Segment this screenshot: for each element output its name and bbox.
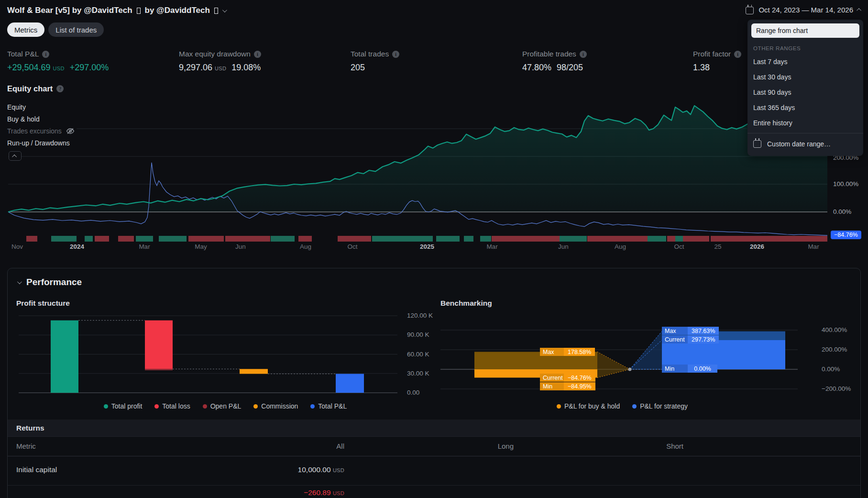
menu-item-range-from-chart[interactable]: Range from chart	[751, 23, 859, 38]
menu-item-last-365-days[interactable]: Last 365 days	[747, 100, 863, 115]
x-tick-label: 2026	[740, 243, 774, 250]
trade-strip-segment	[271, 236, 295, 242]
collapse-chart-button[interactable]	[9, 151, 22, 161]
legend-item[interactable]: Total profit	[104, 402, 143, 410]
performance-section-header[interactable]: Performance	[17, 277, 82, 288]
menu-item-custom-date-range[interactable]: Custom date range…	[747, 136, 863, 152]
metric-extra: 19.08%	[231, 63, 261, 73]
strategy-title[interactable]: Wolf & Bear [v5] by @DavidTech by @David…	[7, 6, 226, 15]
col-metric: Metric	[16, 442, 36, 450]
legend-equity[interactable]: Equity	[7, 103, 28, 111]
buy-hold-funnel	[597, 352, 630, 377]
date-range-button[interactable]: Oct 24, 2023 — Mar 14, 2026	[746, 5, 861, 14]
returns-section-header[interactable]: Returns	[8, 420, 860, 437]
trade-strip-segment	[136, 236, 153, 242]
strategy-title-author: by @DaviddTech	[145, 6, 210, 15]
returns-title: Returns	[16, 424, 44, 432]
info-icon[interactable]: i	[734, 51, 741, 58]
trade-strip-segment	[648, 236, 666, 242]
trade-strip-segment	[436, 236, 460, 242]
col-all: All	[297, 442, 344, 450]
legend-dot-icon	[632, 404, 637, 409]
menu-item-last-7-days[interactable]: Last 7 days	[747, 54, 863, 69]
x-tick-label: Aug	[289, 243, 322, 250]
profit-structure-title: Profit structure	[16, 299, 70, 308]
metric-value: 47.80%	[522, 63, 551, 73]
info-icon[interactable]: i	[580, 51, 587, 58]
info-icon[interactable]: i	[254, 51, 261, 58]
x-tick-label: Mar	[128, 243, 161, 250]
menu-item-entire-history[interactable]: Entire history	[747, 115, 863, 131]
x-tick-label: Jun	[547, 243, 580, 250]
legend-dot-icon	[253, 404, 258, 409]
trade-strip-segment	[51, 236, 77, 242]
metric-value: 9,297.06	[179, 63, 212, 73]
help-icon[interactable]: ?	[56, 85, 64, 92]
missing-glyph-icon	[137, 8, 141, 14]
menu-item-last-90-days[interactable]: Last 90 days	[747, 85, 863, 100]
menu-item-label: Custom date range…	[767, 140, 831, 148]
date-range-label: Oct 24, 2023 — Mar 14, 2026	[758, 6, 853, 14]
returns-column-headers: Metric All Long Short	[8, 437, 860, 456]
trade-strip-segment	[95, 236, 109, 242]
y-tick-label: 120.00 K	[407, 312, 433, 319]
eye-off-icon	[66, 128, 75, 134]
y-tick-label: 30.00 K	[407, 370, 429, 377]
benchmarking-chart[interactable]	[440, 321, 804, 398]
info-icon[interactable]: i	[392, 51, 399, 58]
menu-item-last-30-days[interactable]: Last 30 days	[747, 69, 863, 85]
trade-strip-segment	[675, 236, 683, 242]
x-tick-label: Mar	[475, 243, 509, 250]
metric-unit: USD	[53, 66, 65, 71]
y-tick-label: 0.00	[407, 389, 419, 396]
x-tick-label: Aug	[604, 243, 637, 250]
legend-item[interactable]: Total loss	[154, 402, 190, 410]
info-icon[interactable]: i	[42, 51, 49, 58]
trade-strip-segment	[587, 236, 648, 242]
performance-title: Performance	[26, 277, 82, 288]
tab-metrics[interactable]: Metrics	[7, 22, 44, 37]
legend-item[interactable]: Total P&L	[310, 402, 347, 410]
trade-strip-segment	[667, 236, 675, 242]
equity-chart-canvas[interactable]	[0, 98, 868, 244]
strategy-title-text: Wolf & Bear [v5] by @DavidTech	[7, 6, 132, 15]
legend-item[interactable]: P&L for buy & hold	[557, 402, 620, 410]
chevron-up-icon	[12, 154, 17, 159]
profit-structure-legend: Total profitTotal lossOpen P&LCommission…	[15, 402, 436, 410]
legend-item[interactable]: Commission	[253, 402, 298, 410]
y-tick-label: −200.00%	[822, 385, 851, 392]
y-tick-label: 90.00 K	[407, 331, 429, 338]
y-tick-label: 0.00%	[822, 365, 840, 373]
view-tabs: Metrics List of trades	[7, 22, 104, 37]
metric-value: +29,504.69	[7, 63, 51, 73]
y-axis-label: 100.00%	[833, 180, 858, 188]
y-tick-label: 400.00%	[822, 326, 847, 333]
legend-buy-and-hold[interactable]: Buy & hold	[7, 115, 42, 123]
profit-structure-chart[interactable]	[15, 309, 436, 402]
legend-item[interactable]: Open P&L	[203, 402, 242, 410]
trade-strip-segment	[159, 236, 187, 242]
performance-card: Performance Profit structure Total profi…	[7, 268, 861, 498]
buy-hold-last-value-badge: −84.76%	[831, 231, 861, 239]
strategy-funnel	[630, 332, 662, 369]
x-tick-label: Oct	[336, 243, 369, 250]
legend-item[interactable]: P&L for strategy	[632, 402, 688, 410]
trade-strip-segment	[188, 236, 224, 242]
legend-trades-excursions[interactable]: Trades excursions	[7, 127, 77, 135]
legend-runup-drawdowns[interactable]: Run-up / Drawdowns	[7, 139, 72, 147]
metric-label: Max equity drawdown	[179, 50, 251, 58]
tab-list-of-trades[interactable]: List of trades	[48, 22, 104, 37]
row-metric-label: Open P&L	[16, 496, 51, 498]
legend-dot-icon	[310, 404, 315, 409]
calendar-icon	[753, 140, 761, 148]
menu-section-label: OTHER RANGES	[753, 45, 857, 51]
metric-profitable-trades: Profitable tradesi 47.80%98/205	[522, 50, 587, 73]
metric-total-trades: Total tradesi 205	[351, 50, 399, 73]
x-tick-label: May	[184, 243, 218, 250]
bar-total-p-l	[336, 374, 364, 393]
metric-label: Total P&L	[7, 50, 39, 58]
chevron-down-icon	[17, 279, 22, 284]
metric-value: 205	[351, 63, 365, 73]
menu-divider	[747, 133, 863, 133]
metric-label: Total trades	[351, 50, 389, 58]
